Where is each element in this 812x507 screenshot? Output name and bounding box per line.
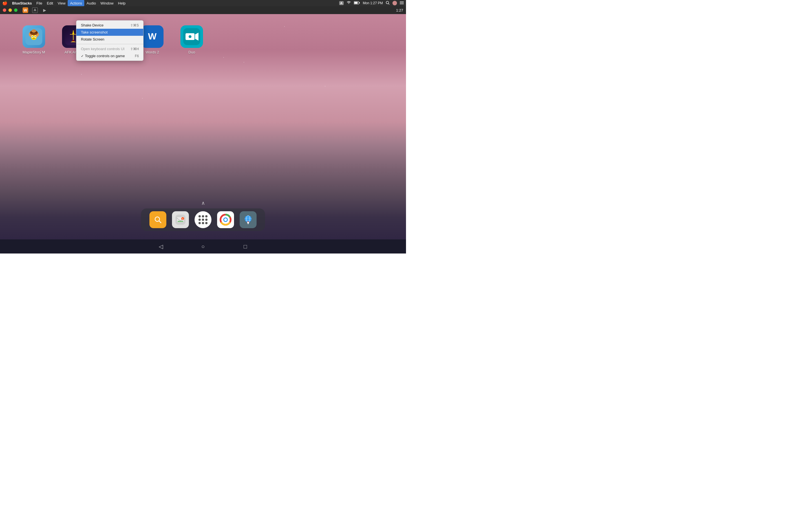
maplestory-icon — [22, 25, 45, 48]
maximize-button[interactable] — [14, 8, 17, 12]
dot — [199, 215, 201, 217]
dot — [202, 219, 204, 221]
menu-open-keyboard-controls[interactable]: Open keyboard controls UI ⇧⌘H — [77, 45, 143, 52]
nav-home-button[interactable]: ○ — [199, 242, 207, 251]
toolbar-icons: W A ▶ — [22, 7, 47, 13]
take-screenshot-label: Take screenshot — [81, 30, 108, 34]
chevron-up-icon[interactable]: ∧ — [201, 200, 205, 206]
duo-label: Duo — [188, 50, 195, 54]
dock-apps-button[interactable] — [195, 211, 211, 228]
svg-point-14 — [32, 36, 33, 37]
a-icon[interactable]: A — [32, 7, 38, 13]
keyboard-controls-label: Open keyboard controls UI — [81, 47, 124, 51]
dock-search[interactable] — [149, 211, 166, 228]
menu-toggle-controls[interactable]: ✓ Toggle controls on game F6 — [77, 52, 143, 59]
svg-point-15 — [35, 36, 36, 37]
maplestory-label: MapleStory M — [22, 50, 45, 54]
svg-rect-2 — [354, 2, 357, 4]
wifi-icon — [347, 1, 351, 5]
rotate-screen-label: Rotate Screen — [81, 37, 104, 41]
play-icon[interactable]: ▶ — [42, 7, 47, 13]
android-screen: MapleStory M — [0, 14, 406, 253]
duo-icon — [181, 25, 203, 48]
menubar-help[interactable]: Help — [116, 0, 128, 6]
search-menubar-icon[interactable] — [386, 1, 390, 6]
dot — [205, 222, 207, 224]
lines-icon[interactable] — [400, 1, 404, 5]
dot — [202, 215, 204, 217]
toggle-check-mark: ✓ — [81, 54, 84, 58]
shake-device-shortcut: ⇧⌘S — [130, 23, 139, 27]
words-label: Words 2 — [146, 50, 159, 54]
menubar-a-icon: A — [339, 1, 344, 5]
window-chrome: W A ▶ 1:27 — [0, 6, 406, 14]
nav-recent-button[interactable]: □ — [241, 242, 250, 251]
battery-icon — [354, 1, 360, 5]
shake-device-label: Shake Device — [81, 23, 103, 27]
minimize-button[interactable] — [8, 8, 12, 12]
menubar-actions[interactable]: Actions — [68, 0, 84, 6]
actions-dropdown-menu: Shake Device ⇧⌘S Take screenshot Rotate … — [76, 20, 144, 61]
svg-rect-41 — [177, 221, 183, 222]
app-words[interactable]: W Words 2 — [141, 25, 163, 54]
nav-back-button[interactable]: ◁ — [156, 242, 165, 251]
apps-dots-grid — [199, 215, 207, 224]
user-avatar — [393, 1, 397, 5]
svg-rect-36 — [153, 215, 163, 225]
dot — [205, 215, 207, 217]
dock-world[interactable] — [240, 211, 257, 228]
dot — [205, 219, 207, 221]
menu-shake-device[interactable]: Shake Device ⇧⌘S — [77, 22, 143, 29]
svg-point-3 — [386, 1, 389, 4]
dot — [199, 219, 201, 221]
menubar-window[interactable]: Window — [98, 0, 116, 6]
menu-take-screenshot[interactable]: Take screenshot — [77, 29, 143, 36]
svg-point-47 — [224, 218, 227, 221]
toggle-controls-label: ✓ Toggle controls on game — [81, 54, 125, 58]
keyboard-controls-shortcut: ⇧⌘H — [130, 47, 139, 51]
dock-area: ∧ $ — [0, 200, 406, 231]
menubar-bluestacks[interactable]: BlueStacks — [10, 0, 34, 6]
svg-text:W: W — [148, 31, 157, 41]
app-duo[interactable]: Duo — [181, 25, 203, 54]
svg-line-4 — [389, 3, 390, 4]
dock: $ — [141, 209, 265, 231]
app-maplestory[interactable]: MapleStory M — [22, 25, 45, 54]
menu-rotate-screen[interactable]: Rotate Screen — [77, 36, 143, 43]
menubar-right: A Mon 1:27 PM — [339, 1, 404, 6]
dot — [202, 222, 204, 224]
svg-point-56 — [248, 221, 249, 222]
dock-chrome[interactable] — [217, 211, 234, 228]
menubar: 🍎 BlueStacks File Edit View Actions Audi… — [0, 0, 406, 6]
dot — [199, 222, 201, 224]
menubar-edit[interactable]: Edit — [45, 0, 55, 6]
clock: Mon 1:27 PM — [363, 1, 383, 5]
apple-menu-icon[interactable]: 🍎 — [2, 1, 8, 6]
menubar-view[interactable]: View — [55, 0, 68, 6]
window-clock: 1:27 — [396, 8, 403, 12]
svg-point-35 — [189, 35, 192, 38]
svg-point-18 — [32, 29, 36, 33]
menubar-audio[interactable]: Audio — [84, 0, 98, 6]
words-icon: W — [141, 25, 163, 48]
toggle-controls-shortcut: F6 — [135, 54, 139, 58]
dock-inbox[interactable]: $ — [172, 211, 189, 228]
menubar-file[interactable]: File — [34, 0, 45, 6]
svg-rect-1 — [359, 2, 360, 3]
close-button[interactable] — [3, 8, 6, 12]
menu-separator — [77, 44, 143, 44]
bottom-nav: ◁ ○ □ — [0, 239, 406, 253]
w-icon[interactable]: W — [22, 7, 28, 13]
